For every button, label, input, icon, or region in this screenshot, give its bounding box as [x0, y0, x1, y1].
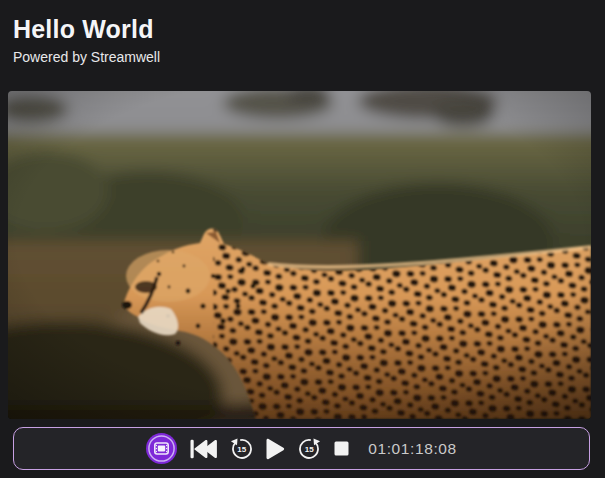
- forward-15-label: 15: [305, 445, 314, 454]
- timecode-display: 01:01:18:08: [368, 440, 456, 458]
- stop-icon: [334, 441, 349, 456]
- page-title: Hello World: [13, 8, 597, 44]
- rewind-15-label: 15: [237, 445, 246, 454]
- player-app: Hello World Powered by Streamwell: [0, 0, 605, 478]
- play-icon: [266, 438, 285, 460]
- forward-15-icon: 15: [298, 437, 321, 460]
- film-frame-icon: [146, 433, 177, 464]
- page-subtitle: Powered by Streamwell: [13, 49, 597, 66]
- stop-button[interactable]: [334, 441, 349, 456]
- skip-back-icon: [190, 439, 217, 459]
- brand-film-button[interactable]: [146, 433, 177, 464]
- playback-controls-bar: 15 15: [13, 427, 590, 470]
- video-still-image: [8, 91, 591, 419]
- play-button[interactable]: [266, 438, 285, 460]
- rewind-15-button[interactable]: 15: [230, 437, 253, 460]
- video-cheetah-scene[interactable]: [8, 91, 591, 419]
- rewind-15-icon: 15: [230, 437, 253, 460]
- skip-to-start-button[interactable]: [190, 439, 217, 459]
- forward-15-button[interactable]: 15: [298, 437, 321, 460]
